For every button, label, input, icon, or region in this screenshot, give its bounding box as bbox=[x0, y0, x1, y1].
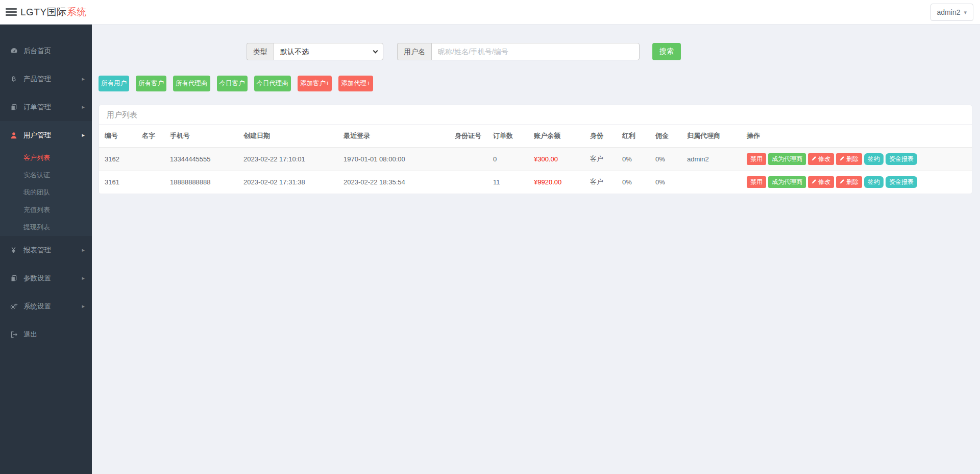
edit-button[interactable]: 修改 bbox=[808, 176, 834, 188]
pencil-icon bbox=[840, 178, 845, 185]
sidebar-item-logout[interactable]: 退出 bbox=[0, 320, 92, 348]
submenu-item-withdraw-list[interactable]: 提现列表 bbox=[0, 219, 92, 236]
become-agent-button[interactable]: 成为代理商 bbox=[768, 153, 806, 165]
cell-dividend: 0% bbox=[617, 171, 650, 194]
cell-id: 3162 bbox=[99, 148, 136, 171]
chevron-right-icon: ▸ bbox=[82, 247, 85, 253]
user-icon bbox=[10, 132, 19, 139]
sidebar-item-orders[interactable]: 订单管理▸ bbox=[0, 93, 92, 121]
column-header: 账户余额 bbox=[528, 125, 584, 148]
chevron-right-icon: ▸ bbox=[82, 132, 85, 138]
bitcoin-icon bbox=[10, 76, 19, 83]
logout-icon bbox=[10, 331, 19, 338]
disable-button[interactable]: 禁用 bbox=[747, 153, 766, 165]
fund-report-button[interactable]: 资金报表 bbox=[886, 176, 917, 188]
yen-icon bbox=[10, 247, 19, 253]
brand-accent-text: 系统 bbox=[67, 7, 87, 17]
all-agents-button[interactable]: 所有代理商 bbox=[173, 76, 210, 91]
cell-orders: 0 bbox=[487, 148, 528, 171]
action-label: 禁用 bbox=[750, 178, 763, 186]
type-select[interactable]: 默认不选 bbox=[274, 43, 383, 60]
cell-role: 客户 bbox=[584, 171, 617, 194]
action-label: 成为代理商 bbox=[772, 155, 802, 163]
table-row: 3161188888888882023-02-02 17:31:382023-0… bbox=[99, 171, 972, 194]
submenu-item-my-team[interactable]: 我的团队 bbox=[0, 184, 92, 201]
cell-commission: 0% bbox=[650, 148, 681, 171]
sidebar: 后台首页产品管理▸订单管理▸用户管理▸客户列表实名认证我的团队充值列表提现列表报… bbox=[0, 25, 92, 474]
top-navbar: LGTY国际系统 admin2▾ bbox=[0, 0, 980, 25]
chevron-right-icon: ▸ bbox=[82, 275, 85, 281]
search-button[interactable]: 搜索 bbox=[652, 43, 681, 60]
sidebar-item-home[interactable]: 后台首页 bbox=[0, 37, 92, 65]
submenu-item-customer-list[interactable]: 客户列表 bbox=[0, 149, 92, 167]
action-label: 删除 bbox=[846, 155, 859, 163]
cell-balance: ¥300.00 bbox=[528, 148, 584, 171]
delete-button[interactable]: 删除 bbox=[836, 176, 862, 188]
cell-last-login: 2023-02-22 18:35:54 bbox=[338, 171, 449, 194]
all-users-button[interactable]: 所有用户 bbox=[99, 76, 129, 91]
sign-button[interactable]: 签约 bbox=[864, 176, 884, 188]
cell-commission: 0% bbox=[650, 171, 681, 194]
add-agent-button[interactable]: 添加代理+ bbox=[338, 76, 373, 91]
action-label: 删除 bbox=[846, 178, 859, 186]
sidebar-section-home: 后台首页 bbox=[0, 37, 92, 65]
add-customer-button[interactable]: 添加客户+ bbox=[298, 76, 332, 91]
chevron-right-icon: ▸ bbox=[82, 104, 85, 110]
cell-created: 2023-02-22 17:10:01 bbox=[238, 148, 338, 171]
cell-actions: 禁用成为代理商修改删除签约资金报表 bbox=[741, 171, 972, 194]
sidebar-section-logout: 退出 bbox=[0, 320, 92, 348]
cell-phone: 18888888888 bbox=[164, 171, 238, 194]
column-header: 红利 bbox=[617, 125, 650, 148]
cell-orders: 11 bbox=[487, 171, 528, 194]
caret-down-icon: ▾ bbox=[964, 4, 967, 20]
sidebar-item-reports[interactable]: 报表管理▸ bbox=[0, 236, 92, 264]
sidebar-item-label: 报表管理 bbox=[23, 246, 82, 255]
orders-icon bbox=[10, 104, 19, 111]
submenu-item-recharge-list[interactable]: 充值列表 bbox=[0, 201, 92, 219]
column-header: 操作 bbox=[741, 125, 972, 148]
cell-agent: admin2 bbox=[681, 148, 741, 171]
cell-agent bbox=[681, 171, 741, 194]
sign-button[interactable]: 签约 bbox=[864, 153, 884, 165]
fund-report-button[interactable]: 资金报表 bbox=[886, 153, 917, 165]
sidebar-item-params[interactable]: 参数设置▸ bbox=[0, 264, 92, 292]
sidebar-item-products[interactable]: 产品管理▸ bbox=[0, 65, 92, 93]
all-customers-button[interactable]: 所有客户 bbox=[136, 76, 166, 91]
today-customers-button[interactable]: 今日客户 bbox=[217, 76, 248, 91]
column-header: 手机号 bbox=[164, 125, 238, 148]
hamburger-menu-icon[interactable] bbox=[6, 8, 17, 16]
username-label: 用户名 bbox=[397, 43, 431, 60]
column-header: 创建日期 bbox=[238, 125, 338, 148]
sidebar-item-system[interactable]: 系统设置▸ bbox=[0, 292, 92, 320]
cell-name bbox=[136, 171, 164, 194]
action-label: 修改 bbox=[818, 155, 830, 163]
sidebar-section-system: 系统设置▸ bbox=[0, 292, 92, 320]
column-header: 身份 bbox=[584, 125, 617, 148]
sidebar-section-orders: 订单管理▸ bbox=[0, 93, 92, 121]
username-filter-group: 用户名 bbox=[397, 43, 640, 60]
table-row: 3162133444455552023-02-22 17:10:011970-0… bbox=[99, 148, 972, 171]
submenu-item-realname-auth[interactable]: 实名认证 bbox=[0, 167, 92, 184]
user-table: 编号名字手机号创建日期最近登录身份证号订单数账户余额身份红利佣金归属代理商操作 … bbox=[99, 125, 972, 194]
today-agents-button[interactable]: 今日代理商 bbox=[254, 76, 291, 91]
sidebar-item-label: 产品管理 bbox=[23, 75, 82, 84]
user-menu[interactable]: admin2▾ bbox=[930, 4, 973, 21]
params-icon bbox=[10, 275, 19, 282]
action-label: 签约 bbox=[868, 155, 880, 163]
action-label: 禁用 bbox=[750, 155, 763, 163]
panel-title: 用户列表 bbox=[99, 105, 972, 125]
column-header: 编号 bbox=[99, 125, 136, 148]
cell-actions: 禁用成为代理商修改删除签约资金报表 bbox=[741, 148, 972, 171]
sidebar-item-label: 后台首页 bbox=[23, 46, 85, 56]
column-header: 名字 bbox=[136, 125, 164, 148]
sidebar-submenu: 客户列表实名认证我的团队充值列表提现列表 bbox=[0, 149, 92, 236]
disable-button[interactable]: 禁用 bbox=[747, 176, 766, 188]
username-input[interactable] bbox=[431, 43, 640, 60]
edit-button[interactable]: 修改 bbox=[808, 153, 834, 165]
cell-role: 客户 bbox=[584, 148, 617, 171]
become-agent-button[interactable]: 成为代理商 bbox=[768, 176, 806, 188]
cell-created: 2023-02-02 17:31:38 bbox=[238, 171, 338, 194]
sidebar-item-users[interactable]: 用户管理▸ bbox=[0, 121, 92, 149]
column-header: 最近登录 bbox=[338, 125, 449, 148]
delete-button[interactable]: 删除 bbox=[836, 153, 862, 165]
